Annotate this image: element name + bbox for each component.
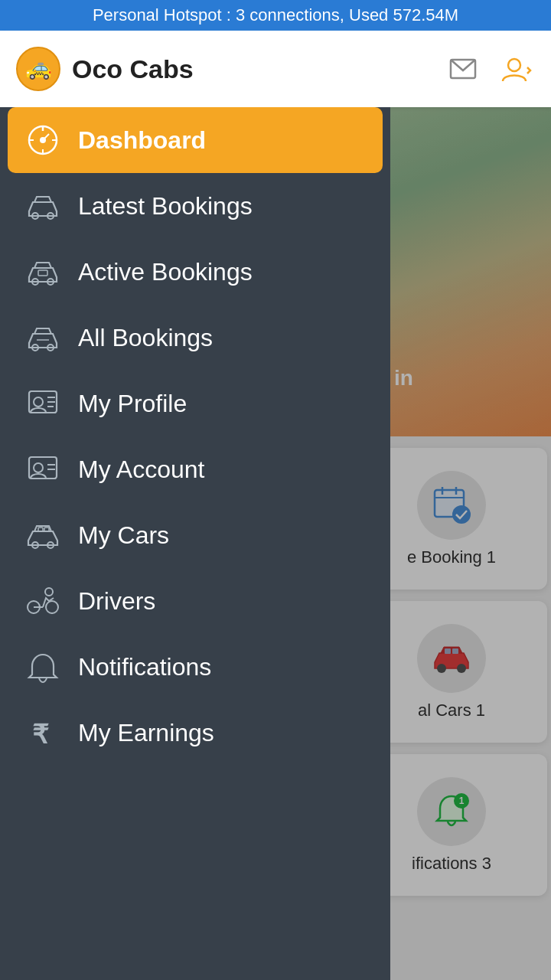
sidebar-item-active-bookings[interactable]: Active Bookings bbox=[0, 239, 390, 305]
notifications-icon bbox=[23, 647, 63, 687]
active-bookings-icon bbox=[23, 252, 63, 292]
dashboard-icon bbox=[23, 120, 63, 160]
sidebar-item-notifications[interactable]: Notifications bbox=[0, 634, 390, 700]
sidebar-item-my-cars-label: My Cars bbox=[78, 521, 169, 550]
drivers-icon bbox=[23, 581, 63, 621]
svg-point-45 bbox=[46, 601, 58, 613]
header-logo-area: 🚕 Oco Cabs bbox=[15, 46, 444, 92]
sidebar-item-drivers[interactable]: Drivers bbox=[0, 568, 390, 634]
svg-point-3 bbox=[508, 59, 520, 71]
sidebar-item-dashboard[interactable]: Dashboard bbox=[8, 107, 383, 173]
app-title: Oco Cabs bbox=[72, 54, 194, 84]
svg-text:🚕: 🚕 bbox=[25, 55, 52, 80]
latest-bookings-icon bbox=[23, 186, 63, 226]
main-content: d in e Booking 1 bbox=[0, 107, 551, 980]
message-icon-button[interactable] bbox=[444, 50, 482, 88]
navigation-drawer: Dashboard Latest Bookings bbox=[0, 107, 390, 980]
svg-rect-41 bbox=[38, 528, 43, 531]
sidebar-item-all-bookings[interactable]: All Bookings bbox=[0, 305, 390, 371]
sidebar-item-my-earnings-label: My Earnings bbox=[78, 719, 214, 747]
my-cars-icon bbox=[23, 515, 63, 555]
sidebar-item-all-bookings-label: All Bookings bbox=[78, 324, 213, 352]
user-menu-button[interactable] bbox=[497, 50, 536, 88]
status-bar: Personal Hotspot : 3 connections, Used 5… bbox=[0, 0, 551, 31]
sidebar-item-my-profile-label: My Profile bbox=[78, 390, 187, 418]
sidebar-item-latest-bookings[interactable]: Latest Bookings bbox=[0, 173, 390, 239]
all-bookings-icon bbox=[23, 318, 63, 358]
header-icons bbox=[444, 50, 536, 88]
header: 🚕 Oco Cabs bbox=[0, 31, 551, 107]
sidebar-item-drivers-label: Drivers bbox=[78, 587, 155, 616]
sidebar-item-my-cars[interactable]: My Cars bbox=[0, 502, 390, 568]
sidebar-item-latest-bookings-label: Latest Bookings bbox=[78, 192, 253, 220]
svg-line-21 bbox=[43, 134, 49, 140]
my-profile-icon bbox=[23, 384, 63, 423]
sidebar-item-active-bookings-label: Active Bookings bbox=[78, 258, 253, 286]
my-account-icon bbox=[23, 449, 63, 489]
sidebar-item-my-earnings[interactable]: ₹ My Earnings bbox=[0, 700, 390, 766]
sidebar-item-my-account-label: My Account bbox=[78, 456, 204, 484]
svg-point-31 bbox=[34, 397, 43, 407]
sidebar-item-dashboard-label: Dashboard bbox=[78, 126, 206, 155]
app-logo: 🚕 bbox=[15, 46, 61, 92]
sidebar-item-notifications-label: Notifications bbox=[78, 653, 211, 681]
sidebar-item-my-profile[interactable]: My Profile bbox=[0, 371, 390, 436]
svg-text:₹: ₹ bbox=[32, 720, 49, 749]
svg-point-36 bbox=[34, 463, 43, 472]
svg-rect-26 bbox=[38, 270, 47, 276]
svg-rect-42 bbox=[44, 528, 49, 531]
svg-point-43 bbox=[45, 588, 53, 596]
sidebar-item-my-account[interactable]: My Account bbox=[0, 436, 390, 502]
status-bar-text: Personal Hotspot : 3 connections, Used 5… bbox=[93, 5, 458, 25]
my-earnings-icon: ₹ bbox=[23, 713, 63, 753]
